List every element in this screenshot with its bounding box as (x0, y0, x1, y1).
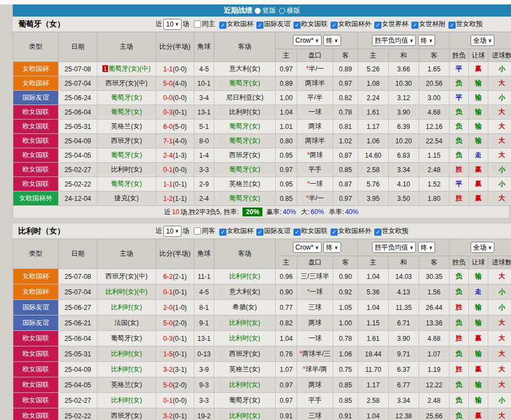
mean-home: 1.17 (358, 120, 389, 134)
section-header: 葡萄牙（女） 近 10∨ 场 同主 ✓女欧国杯✓国际友谊✓欧女国联✓女欧国杯外✓… (13, 17, 511, 32)
filter-checkbox[interactable]: ✓女欧国杯 (219, 227, 254, 235)
recent-games-select[interactable]: 10∨ (163, 226, 182, 237)
filter-checkbox[interactable]: ✓欧女国联 (293, 227, 328, 235)
fulltime-score: 0-0 (163, 94, 173, 102)
filter-checkbox[interactable]: ✓女欧国杯 (219, 20, 254, 28)
result-cell: 负 (450, 284, 469, 300)
goals-cell: 大 (488, 408, 511, 420)
mean-away: 22.54 (419, 134, 450, 148)
fulltime-score: 1-2 (163, 195, 173, 203)
away-team: 比利时(女) (214, 315, 276, 331)
result-cell: 负 (450, 148, 469, 163)
mean-away: 12.22 (419, 377, 450, 393)
odds-home: 1.04 (276, 331, 297, 346)
match-row: 欧女国联25-05-31比利时(女)1-5(0-1)0-13西班牙(女)0.76… (13, 346, 511, 362)
fulltime-score: 6-2 (163, 273, 173, 281)
match-score: 5-0(2-0) (156, 315, 194, 331)
filter-checkbox[interactable]: ✓世女欧预 (448, 20, 483, 28)
halftime-score: (1-3) (173, 152, 187, 159)
col-mean-away: 客 (419, 49, 450, 62)
match-score: 3-2(3-1) (156, 362, 194, 377)
corner-score: 8-0 (194, 134, 214, 148)
filter-checkbox-label: 国际友谊 (264, 20, 291, 28)
home-team: 比利时(女) (97, 300, 156, 315)
filter-checkbox[interactable]: ✓女世杯附 (411, 20, 446, 28)
filter-checkbox-label: 世女欧预 (382, 227, 409, 235)
mean-draw: 10.30 (389, 76, 419, 91)
corner-score: 13-1 (194, 105, 214, 120)
horizontal-layout-label[interactable]: 横版 (287, 6, 300, 15)
goals-cell: 小 (488, 91, 511, 105)
col-handicap: 盘口 (297, 256, 333, 269)
mean-stage-select[interactable]: 终∨ (418, 242, 436, 253)
filter-checkbox[interactable]: ✓欧女国联 (293, 20, 328, 28)
mean-home: 1.04 (358, 300, 389, 315)
type-badge: 欧女国联 (13, 331, 59, 346)
corner-score: 9-3 (194, 377, 214, 393)
handicap: 三球 (297, 408, 333, 420)
handicap-result-cell: 赢 (469, 408, 488, 420)
filter-checkbox[interactable]: ✓女欧国杯外 (331, 20, 371, 28)
odds-stage-select[interactable]: 终∨ (323, 242, 341, 253)
mean-draw: 6.77 (389, 377, 419, 393)
results-table: 类型 日期 主场 比分(半场) 角球 客场 Crow*∨ 终∨ 胜平负均值∨ 终… (13, 32, 511, 206)
filter-checkbox[interactable]: ✓国际友谊 (256, 227, 291, 235)
filter-checkbox[interactable]: ✓女世界杯 (374, 20, 409, 28)
mean-away: 1.80 (419, 191, 450, 206)
goals-cell: 大 (488, 362, 511, 377)
away-team: 比利时(女) (214, 105, 276, 120)
type-badge: 欧女国联 (13, 362, 59, 377)
mean-home: 1.61 (358, 331, 389, 346)
home-team: 1葡萄牙(女)(中) (97, 62, 156, 76)
mean-away: 2.48 (419, 393, 450, 408)
same-venue-checkbox[interactable] (194, 227, 201, 235)
mean-odds-select[interactable]: 胜平负均值∨ (372, 242, 416, 253)
scope-select[interactable]: 全场∨ (471, 35, 495, 46)
halftime-score: (2-0) (173, 319, 187, 327)
goals-cell: 小 (488, 393, 511, 408)
filter-checkbox[interactable]: ✓女欧国杯外 (331, 227, 371, 235)
mean-draw: 3.34 (389, 393, 419, 408)
bookmaker-select[interactable]: Crow*∨ (293, 35, 322, 46)
type-badge: 国际友谊 (13, 315, 59, 331)
handicap-result-cell: 输 (469, 300, 488, 315)
mean-away: 3.00 (419, 91, 450, 105)
col-handicap-result: 让球 (469, 256, 488, 269)
mean-draw: 6.83 (389, 148, 419, 163)
mean-away: 1.19 (419, 362, 450, 377)
handicap-result-cell: 输 (469, 269, 488, 284)
match-score: 6-2(2-1) (156, 269, 194, 284)
match-date: 25-07-04 (59, 76, 97, 91)
filter-checkbox-label: 女世杯附 (419, 20, 446, 28)
filter-checkbox[interactable]: ✓世女欧预 (374, 227, 409, 235)
handicap: 一球 (297, 105, 333, 120)
halftime-score: (0-1) (173, 335, 187, 343)
bookmaker-select[interactable]: Crow*∨ (293, 242, 322, 253)
filter-checkbox[interactable]: ✓国际友谊 (256, 20, 291, 28)
halftime-score: (1-1) (173, 195, 187, 203)
vertical-layout-radio[interactable] (255, 8, 261, 14)
halftime-score: (0-1) (173, 350, 187, 358)
home-team: 葡萄牙(女) (97, 177, 156, 191)
vertical-layout-label[interactable]: 竖版 (262, 6, 276, 15)
type-badge: 欧女国联 (13, 377, 59, 393)
col-type: 类型 (13, 32, 59, 62)
goals-cell: 大 (488, 346, 511, 362)
mean-home: 1.06 (358, 134, 389, 148)
mean-stage-select[interactable]: 终∨ (418, 35, 436, 46)
odds-stage-select[interactable]: 终∨ (323, 35, 341, 46)
same-venue-checkbox[interactable] (194, 20, 201, 28)
recent-games-select[interactable]: 10∨ (163, 19, 182, 30)
checkbox-checked-icon: ✓ (331, 229, 338, 236)
halftime-score: (1-0) (173, 304, 187, 312)
mean-away: 12.16 (419, 120, 450, 134)
scope-select[interactable]: 全场∨ (471, 242, 495, 253)
away-team: 西班牙(女) (214, 346, 276, 362)
recent-results-page: 近期战绩 竖版 横版 葡萄牙（女） 近 10∨ 场 同主 ✓女欧国杯✓国际友谊✓… (0, 0, 511, 420)
match-row: 国际友谊25-06-27比利时(女)2-0(1-0)8-1希腊(女)0.77三球… (13, 300, 511, 315)
horizontal-layout-radio[interactable] (279, 8, 285, 14)
mean-odds-select[interactable]: 胜平负均值∨ (372, 35, 416, 46)
goals-cell: 大 (488, 134, 511, 148)
mean-away: 1.52 (419, 177, 450, 191)
filter-checkbox-label: 欧女国联 (301, 227, 328, 235)
